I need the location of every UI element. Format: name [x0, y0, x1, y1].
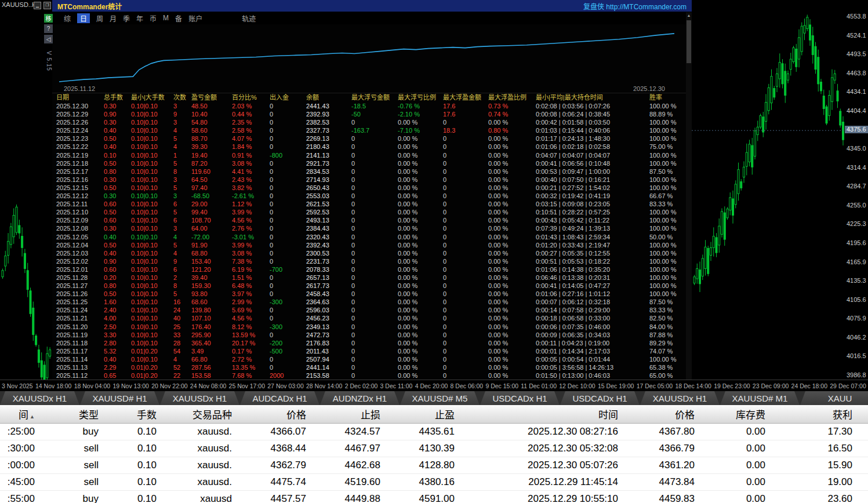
menu-item-币[interactable]: 币	[150, 13, 157, 23]
order-row[interactable]: :30:00sell0.10xauusd.4368.444467.974130.…	[0, 440, 868, 457]
stats-cell: 0:00:05 | 0:00:54 | 0:01:44	[536, 355, 649, 363]
stats-cell: 1.12 %	[232, 200, 270, 208]
stats-cell: -18.5	[351, 102, 398, 110]
order-row[interactable]: :25:00buy0.10xauusd.4366.074324.574435.6…	[0, 424, 868, 440]
stats-cell: 0.00 %	[398, 143, 443, 151]
stats-cell: 4	[173, 143, 191, 151]
chart-tab-XAUUSDx-H1[interactable]: XAUUSDx H1	[0, 391, 79, 405]
minimize-icon[interactable]: ▁	[34, 2, 41, 9]
stats-cell: 13.35 %	[232, 363, 270, 371]
stats-cell: 0.00 %	[398, 192, 443, 200]
menu-item-周[interactable]: 周	[96, 13, 103, 23]
order-cell: :25:00	[0, 426, 41, 438]
order-row[interactable]: :00:00sell0.10xauusd.4362.794462.684128.…	[0, 457, 868, 474]
stats-cell: 2714.93	[306, 176, 351, 184]
menu-item-备[interactable]: 备	[175, 13, 182, 23]
stats-col-header: 总手数	[104, 93, 131, 102]
chart-tab-XAUUSD-M1[interactable]: XAUUSD# M1	[720, 391, 800, 405]
chart-tab-AUDNZDx-H1[interactable]: AUDNZDx H1	[320, 391, 400, 405]
stats-cell: 0:00:42 | 0:01:58 | 0:03:50	[536, 118, 649, 126]
stats-cell: 0	[270, 224, 306, 232]
orders-col-header[interactable]: 间▲	[0, 407, 41, 421]
menu-item-M[interactable]: M	[163, 14, 169, 22]
orders-col-header[interactable]: 止盈	[386, 407, 460, 421]
stats-cell: 4	[173, 249, 191, 257]
chart-tab-XAUUSDx-H1[interactable]: XAUUSDx H1	[160, 391, 239, 405]
scroll-up-icon[interactable]: ▲	[686, 12, 692, 19]
chart-tab-label: XAUUSD# M1	[732, 393, 788, 403]
menu-item-月[interactable]: 月	[110, 13, 117, 23]
stats-row: 2025.12.040.500.10|0.10591.903.99 %02392…	[52, 241, 692, 249]
order-cell: :30:00	[0, 443, 41, 454]
stats-row: 2025.11.280.200.10|0.10239.401.51 %02657…	[52, 274, 692, 282]
scrollbar-thumb[interactable]	[687, 20, 691, 63]
order-cell: 0.00	[700, 476, 771, 488]
move-button[interactable]: 移	[44, 14, 53, 23]
stats-cell: 40	[173, 314, 191, 322]
stats-cell: 0	[270, 249, 306, 257]
order-cell: sell	[41, 443, 104, 454]
order-cell: 4368.44	[238, 443, 312, 454]
stats-cell: 0.10|0.10	[131, 314, 173, 322]
stats-cell: 0	[270, 192, 306, 200]
orders-col-header[interactable]: 交易品种	[162, 407, 238, 421]
orders-col-header[interactable]: 手数	[104, 407, 162, 421]
order-row[interactable]: :45:00sell0.10xauusd.4475.744519.604380.…	[0, 474, 868, 491]
orders-col-header[interactable]: 价格	[624, 407, 700, 421]
stats-cell: 0:00:41 | 0:14:05 | 0:47:27	[536, 282, 649, 290]
stats-cell: 0.00 %	[488, 371, 536, 380]
brand-link[interactable]: 复盘侠 http://MTCommander.com	[583, 1, 687, 11]
stats-cell: 0	[270, 159, 306, 167]
stats-cell: 0.00 %	[398, 224, 443, 232]
equity-start-date: 2025.11.12	[64, 85, 95, 92]
stats-cell: 0	[351, 208, 398, 216]
menu-item-综[interactable]: 综	[64, 13, 71, 23]
restore-icon[interactable]: ❐	[43, 2, 51, 9]
panel-scrollbar[interactable]: ▲	[686, 12, 692, 380]
chart-tab-USDCADx-H1[interactable]: USDCADx H1	[480, 391, 560, 405]
panel-title-bar[interactable]: MTCommander统计 复盘侠 http://MTCommander.com	[52, 0, 692, 12]
order-cell: 0.10	[104, 426, 162, 438]
chart-tab-USDCADx-H1[interactable]: USDCADx H1	[560, 391, 640, 405]
stats-cell: 0.10|0.10	[131, 355, 173, 363]
stats-cell: 100.00 %	[649, 159, 684, 167]
stats-cell: 16	[173, 298, 191, 306]
back-button[interactable]: ◁	[44, 35, 53, 43]
stats-col-header: 百分比%	[232, 93, 270, 102]
stats-cell: 0	[443, 249, 488, 257]
menu-item-轨迹[interactable]: 轨迹	[242, 13, 256, 23]
orders-col-header[interactable]: 时间	[460, 407, 624, 421]
chart-tab-XAUUSD-H1[interactable]: XAUUSD# H1	[80, 391, 159, 405]
menu-item-季[interactable]: 季	[123, 13, 130, 23]
stats-cell: 28	[173, 339, 191, 347]
orders-col-header[interactable]: 价格	[238, 407, 312, 421]
orders-col-header[interactable]: 库存费	[700, 407, 771, 421]
chart-tab-AUDCADx-H1[interactable]: AUDCADx H1	[240, 391, 319, 405]
stats-cell: 0	[443, 241, 488, 249]
menu-item-账户[interactable]: 账户	[188, 13, 202, 23]
stats-cell: 2025.12.10	[56, 208, 104, 216]
orders-col-header[interactable]: 止损	[312, 407, 386, 421]
ea-version-label: V 5.15	[46, 51, 52, 71]
menu-item-年[interactable]: 年	[136, 13, 143, 23]
stats-cell: 1.84 %	[232, 143, 270, 151]
stats-cell: 0	[351, 216, 398, 224]
stats-cell: 0.40	[104, 126, 131, 134]
stats-cell: 0.00 %	[398, 151, 443, 159]
price-tick: 4524.1	[847, 32, 868, 39]
stats-cell: 0	[270, 200, 306, 208]
menu-item-日[interactable]: 日	[77, 13, 90, 23]
time-tick: 4 Dec 20:00	[415, 382, 448, 389]
orders-col-header[interactable]: 类型	[41, 407, 104, 421]
chart-tab-XAUU[interactable]: XAUU	[800, 391, 868, 405]
stats-cell: 2441.14	[306, 363, 351, 371]
help-button[interactable]: ?	[44, 24, 53, 33]
chart-tab-XAUUSDx-H1[interactable]: XAUUSDx H1	[640, 391, 720, 405]
chart-tab-XAUUSD-M5[interactable]: XAUUSD# M5	[400, 391, 480, 405]
stats-cell: 2.29	[104, 363, 131, 371]
stats-cell: 2.35 %	[232, 118, 270, 126]
order-row[interactable]: :55:00buy0.10xauusd4457.574449.884591.00…	[0, 491, 868, 503]
price-tick: 3986.8	[847, 371, 868, 379]
orders-col-header[interactable]: 获利	[771, 407, 858, 421]
stats-cell: 100.00 %	[649, 265, 684, 274]
